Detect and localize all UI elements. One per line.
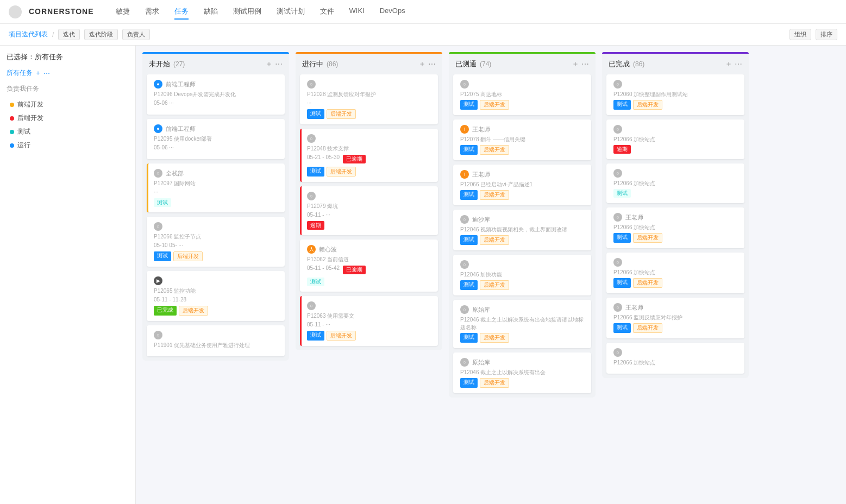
status-icon: ○ xyxy=(613,258,622,267)
tag: 测试 xyxy=(307,109,324,119)
toolbar-sprint-btn[interactable]: 迭代 xyxy=(58,29,80,40)
task-card[interactable]: ▶ P12065 监控功能 05-11 - 11-28 已完成 后端开发 xyxy=(147,271,285,321)
col-header-in-progress: 进行中 (86) ＋ ⋯ xyxy=(296,54,442,74)
card-id: P12066 已经启动vi-产品描述1 xyxy=(460,181,586,188)
task-card[interactable]: ○ P12066 加快站点 xyxy=(606,343,744,374)
app-logo: CORNERSTONE xyxy=(9,5,94,18)
task-card[interactable]: ○ P12060 加快整理副作用测试站 测试 后端开发 xyxy=(606,74,744,115)
toolbar-sort-select[interactable]: 排序 xyxy=(816,29,837,40)
task-card[interactable]: ○ P12066 加快站点 逾期 xyxy=(606,119,744,159)
card-id: P12095 使用docker部署 xyxy=(154,135,279,143)
nav-tasks[interactable]: 任务 xyxy=(174,4,189,20)
status-icon: ○ xyxy=(613,169,622,178)
tag: 测试 xyxy=(460,235,478,245)
card-date: 05-21 - 05-30 xyxy=(307,154,340,160)
sidebar-filter-frontend[interactable]: 前端开发 xyxy=(7,98,129,111)
column-not-started: 未开始 (27) ＋ ⋯ ● 前端工程师 P12096 Devops开发需完成开… xyxy=(142,52,289,361)
task-card[interactable]: ○ P12066 加快站点 测试 xyxy=(606,163,744,203)
card-tags: 逾期 xyxy=(613,145,739,154)
task-card[interactable]: ○ 原始库 P12046 截止之止以解决系统有出会 测试 后端开发 xyxy=(453,352,591,393)
nav-test-plan[interactable]: 测试计划 xyxy=(277,4,305,20)
tag: 后端开发 xyxy=(179,306,208,316)
tag: 后端开发 xyxy=(327,331,356,341)
col-count: (27) xyxy=(173,60,185,68)
task-card[interactable]: 人 赖心波 P13062 当前信道 05-11 - 05-42 已逾期 测试 xyxy=(300,240,438,292)
task-card[interactable]: ○ 迪沙库 P12046 视频功能视频相关，截止界面测改请 测试 后端开发 xyxy=(453,210,591,250)
toolbar-group-select[interactable]: 组织 xyxy=(789,29,811,40)
sidebar-filter-ops[interactable]: 运行 xyxy=(7,138,129,152)
card-id: P12065 监控功能 xyxy=(154,287,279,295)
tag: 后端开发 xyxy=(633,323,662,333)
status-icon: ○ xyxy=(460,358,469,367)
sidebar-filter-test[interactable]: 测试 xyxy=(7,125,129,138)
tag: 后端开发 xyxy=(633,100,662,110)
task-card[interactable]: ! 王老师 P12078 翻斗 ——信用关键 测试 后端开发 xyxy=(453,119,591,160)
col-add-btn[interactable]: ＋ xyxy=(418,59,426,69)
column-in-progress: 进行中 (86) ＋ ⋯ ○ P12028 监测反馈应对年报护 ··· xyxy=(296,52,442,350)
task-card[interactable]: ● 前端工程师 P12095 使用docker部署 05-06 ··· xyxy=(147,119,285,159)
card-id: P12046 截止之止以解决系统有出会 xyxy=(460,369,586,376)
task-card[interactable]: ○ P12063 使用需要文 05-11 - ··· 测试 后端开发 xyxy=(300,296,438,346)
col-more-btn[interactable]: ⋯ xyxy=(275,59,283,69)
task-card[interactable]: ○ 全栈部 P12097 国际网站 ··· 测试 xyxy=(147,163,285,212)
tag: 测试 xyxy=(154,198,171,207)
status-icon: ○ xyxy=(460,80,469,89)
card-id: P12028 监测反馈应对年报护 xyxy=(307,91,433,98)
card-user: 迪沙库 xyxy=(472,216,490,224)
toolbar-breadcrumb-link[interactable]: 项目迭代列表 xyxy=(9,30,48,39)
col-add-btn[interactable]: ＋ xyxy=(265,59,273,69)
task-card[interactable]: ○ P11901 优先基础业务使用产雅进行处理 xyxy=(147,325,285,356)
card-tags: 测试 xyxy=(613,189,739,198)
nav-bugs[interactable]: 缺陷 xyxy=(204,4,218,20)
card-tags: 测试 后端开发 xyxy=(613,278,739,288)
main-layout: 已选择：所有任务 所有任务 ＋ ⋯ 负责我任务 前端开发 后端开发 测试 运行 xyxy=(0,46,846,504)
task-card[interactable]: ○ 原始库 P12046 截止之止以解决系统有出会地接请请以地标题名称 测试 后… xyxy=(453,300,591,348)
tag: 测试 xyxy=(154,251,171,261)
card-tags: 逾期 xyxy=(307,221,433,230)
col-more-btn[interactable]: ⋯ xyxy=(735,59,742,69)
card-user: 原始库 xyxy=(472,306,490,314)
status-icon: ○ xyxy=(460,260,469,269)
task-card[interactable]: ○ P12079 爆坑 05-11 - ··· 逾期 xyxy=(300,186,438,235)
nav-files[interactable]: 文件 xyxy=(320,4,334,20)
task-card[interactable]: ○ P12066 加快站点 测试 后端开发 xyxy=(606,253,744,293)
nav-requirements[interactable]: 需求 xyxy=(145,4,159,20)
task-card[interactable]: ○ P12046 加快功能 测试 后端开发 xyxy=(453,255,591,295)
task-card[interactable]: ○ P12075 高达地标 测试 后端开发 xyxy=(453,74,591,115)
task-card[interactable]: ○ 王老师 P12066 监测反馈应对年报护 测试 后端开发 xyxy=(606,298,744,338)
tag: 后端开发 xyxy=(633,233,662,243)
col-more-btn[interactable]: ⋯ xyxy=(581,59,589,69)
nav-devops[interactable]: DevOps xyxy=(380,4,405,20)
task-card[interactable]: ○ 王老师 P12066 加快站点 测试 后端开发 xyxy=(606,207,744,248)
card-user: 王老师 xyxy=(625,213,643,222)
sidebar-all-tasks[interactable]: 所有任务 ＋ ⋯ xyxy=(7,68,129,78)
col-add-btn[interactable]: ＋ xyxy=(572,59,579,69)
nav-agile[interactable]: 敏捷 xyxy=(116,4,130,20)
toolbar-sprint-phase-btn[interactable]: 迭代阶段 xyxy=(84,29,118,40)
task-card[interactable]: ○ P12048 技术支撑 05-21 - 05-30 已逾期 测试 后端开发 xyxy=(300,129,438,182)
task-card[interactable]: ! 王老师 P12066 已经启动vi-产品描述1 测试 后端开发 xyxy=(453,165,591,205)
card-id: P12063 使用需要文 xyxy=(307,312,433,320)
nav-test-cases[interactable]: 测试用例 xyxy=(233,4,261,20)
dot-icon xyxy=(10,116,14,121)
col-add-btn[interactable]: ＋ xyxy=(725,59,732,69)
top-navigation: CORNERSTONE 敏捷 需求 任务 缺陷 测试用例 测试计划 文件 WIK… xyxy=(0,0,846,24)
toolbar-assignee-btn[interactable]: 负责人 xyxy=(122,29,150,40)
card-tags: 测试 后端开发 xyxy=(613,100,739,110)
card-user: 前端工程师 xyxy=(166,125,196,133)
card-tags: 测试 后端开发 xyxy=(154,251,279,261)
tag: 后端开发 xyxy=(480,190,509,200)
task-card[interactable]: ● 前端工程师 P12096 Devops开发需完成开发化 05-06 ··· xyxy=(147,74,285,115)
sidebar-filter-backend[interactable]: 后端开发 xyxy=(7,111,129,125)
task-card[interactable]: ○ P12028 监测反馈应对年报护 ··· 测试 后端开发 xyxy=(300,74,438,124)
col-count: (86) xyxy=(633,60,644,68)
tag: 测试 xyxy=(460,100,478,110)
sidebar-header: 已选择：所有任务 xyxy=(7,52,129,62)
status-icon: ○ xyxy=(154,331,162,339)
status-icon: ○ xyxy=(613,125,622,134)
task-card[interactable]: ○ P12066 监控子节点 05-10 05- ··· 测试 后端开发 xyxy=(147,217,285,267)
nav-wiki[interactable]: WIKI xyxy=(349,4,365,20)
col-more-btn[interactable]: ⋯ xyxy=(428,59,436,69)
card-user: 全栈部 xyxy=(166,169,184,178)
card-tags: 测试 后端开发 xyxy=(307,167,433,177)
